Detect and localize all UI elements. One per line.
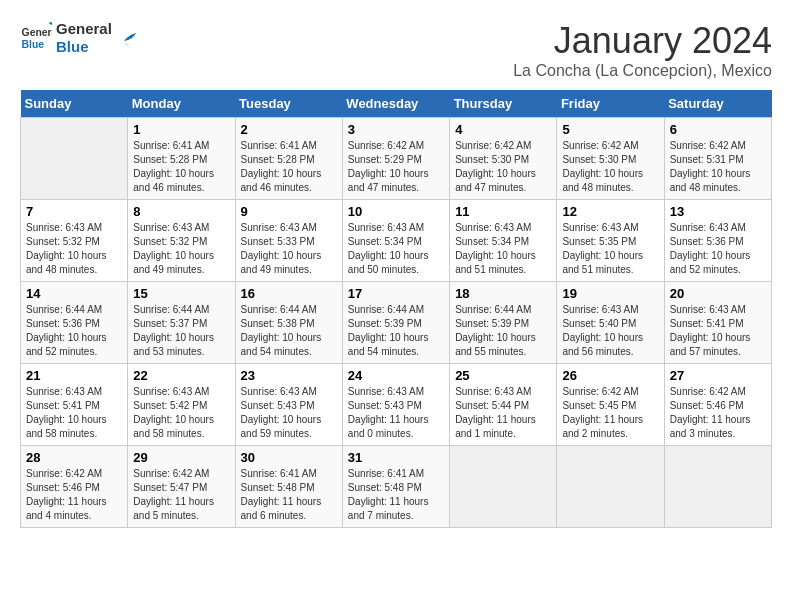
calendar-cell: 29Sunrise: 6:42 AMSunset: 5:47 PMDayligh… xyxy=(128,446,235,528)
calendar-cell: 2Sunrise: 6:41 AMSunset: 5:28 PMDaylight… xyxy=(235,118,342,200)
day-number: 4 xyxy=(455,122,551,137)
day-info: Sunrise: 6:42 AMSunset: 5:45 PMDaylight:… xyxy=(562,385,658,441)
calendar-cell: 17Sunrise: 6:44 AMSunset: 5:39 PMDayligh… xyxy=(342,282,449,364)
calendar-cell: 13Sunrise: 6:43 AMSunset: 5:36 PMDayligh… xyxy=(664,200,771,282)
day-info: Sunrise: 6:43 AMSunset: 5:41 PMDaylight:… xyxy=(26,385,122,441)
calendar-cell: 15Sunrise: 6:44 AMSunset: 5:37 PMDayligh… xyxy=(128,282,235,364)
day-info: Sunrise: 6:44 AMSunset: 5:38 PMDaylight:… xyxy=(241,303,337,359)
logo-general: General xyxy=(56,20,112,38)
header-thursday: Thursday xyxy=(450,90,557,118)
day-info: Sunrise: 6:43 AMSunset: 5:32 PMDaylight:… xyxy=(26,221,122,277)
day-number: 21 xyxy=(26,368,122,383)
calendar-cell: 18Sunrise: 6:44 AMSunset: 5:39 PMDayligh… xyxy=(450,282,557,364)
day-info: Sunrise: 6:44 AMSunset: 5:39 PMDaylight:… xyxy=(455,303,551,359)
day-info: Sunrise: 6:42 AMSunset: 5:46 PMDaylight:… xyxy=(26,467,122,523)
day-number: 12 xyxy=(562,204,658,219)
day-number: 25 xyxy=(455,368,551,383)
calendar-subtitle: La Concha (La Concepcion), Mexico xyxy=(513,62,772,80)
calendar-cell: 25Sunrise: 6:43 AMSunset: 5:44 PMDayligh… xyxy=(450,364,557,446)
day-info: Sunrise: 6:42 AMSunset: 5:30 PMDaylight:… xyxy=(455,139,551,195)
day-number: 9 xyxy=(241,204,337,219)
day-info: Sunrise: 6:43 AMSunset: 5:35 PMDaylight:… xyxy=(562,221,658,277)
day-number: 29 xyxy=(133,450,229,465)
calendar-cell: 1Sunrise: 6:41 AMSunset: 5:28 PMDaylight… xyxy=(128,118,235,200)
calendar-cell: 11Sunrise: 6:43 AMSunset: 5:34 PMDayligh… xyxy=(450,200,557,282)
day-number: 2 xyxy=(241,122,337,137)
calendar-cell: 22Sunrise: 6:43 AMSunset: 5:42 PMDayligh… xyxy=(128,364,235,446)
header-tuesday: Tuesday xyxy=(235,90,342,118)
calendar-cell: 4Sunrise: 6:42 AMSunset: 5:30 PMDaylight… xyxy=(450,118,557,200)
logo: General Blue General Blue xyxy=(20,20,138,56)
logo-blue: Blue xyxy=(56,38,112,56)
logo-icon: General Blue xyxy=(20,22,52,54)
day-info: Sunrise: 6:43 AMSunset: 5:32 PMDaylight:… xyxy=(133,221,229,277)
calendar-week-row: 7Sunrise: 6:43 AMSunset: 5:32 PMDaylight… xyxy=(21,200,772,282)
day-info: Sunrise: 6:41 AMSunset: 5:28 PMDaylight:… xyxy=(241,139,337,195)
svg-text:Blue: Blue xyxy=(22,39,45,50)
day-info: Sunrise: 6:43 AMSunset: 5:42 PMDaylight:… xyxy=(133,385,229,441)
day-info: Sunrise: 6:44 AMSunset: 5:37 PMDaylight:… xyxy=(133,303,229,359)
day-info: Sunrise: 6:43 AMSunset: 5:41 PMDaylight:… xyxy=(670,303,766,359)
calendar-cell xyxy=(21,118,128,200)
calendar-cell: 16Sunrise: 6:44 AMSunset: 5:38 PMDayligh… xyxy=(235,282,342,364)
day-info: Sunrise: 6:43 AMSunset: 5:34 PMDaylight:… xyxy=(455,221,551,277)
calendar-week-row: 28Sunrise: 6:42 AMSunset: 5:46 PMDayligh… xyxy=(21,446,772,528)
logo-bird-icon xyxy=(116,27,138,49)
title-section: January 2024 La Concha (La Concepcion), … xyxy=(513,20,772,80)
day-number: 17 xyxy=(348,286,444,301)
day-info: Sunrise: 6:43 AMSunset: 5:43 PMDaylight:… xyxy=(241,385,337,441)
calendar-cell: 26Sunrise: 6:42 AMSunset: 5:45 PMDayligh… xyxy=(557,364,664,446)
day-number: 10 xyxy=(348,204,444,219)
calendar-cell: 14Sunrise: 6:44 AMSunset: 5:36 PMDayligh… xyxy=(21,282,128,364)
day-info: Sunrise: 6:44 AMSunset: 5:39 PMDaylight:… xyxy=(348,303,444,359)
day-info: Sunrise: 6:42 AMSunset: 5:31 PMDaylight:… xyxy=(670,139,766,195)
day-number: 26 xyxy=(562,368,658,383)
day-number: 20 xyxy=(670,286,766,301)
day-number: 7 xyxy=(26,204,122,219)
calendar-cell: 30Sunrise: 6:41 AMSunset: 5:48 PMDayligh… xyxy=(235,446,342,528)
day-number: 13 xyxy=(670,204,766,219)
day-number: 22 xyxy=(133,368,229,383)
header-wednesday: Wednesday xyxy=(342,90,449,118)
day-info: Sunrise: 6:43 AMSunset: 5:43 PMDaylight:… xyxy=(348,385,444,441)
calendar-cell: 3Sunrise: 6:42 AMSunset: 5:29 PMDaylight… xyxy=(342,118,449,200)
day-number: 18 xyxy=(455,286,551,301)
calendar-cell: 5Sunrise: 6:42 AMSunset: 5:30 PMDaylight… xyxy=(557,118,664,200)
day-info: Sunrise: 6:41 AMSunset: 5:28 PMDaylight:… xyxy=(133,139,229,195)
calendar-cell: 31Sunrise: 6:41 AMSunset: 5:48 PMDayligh… xyxy=(342,446,449,528)
day-info: Sunrise: 6:41 AMSunset: 5:48 PMDaylight:… xyxy=(241,467,337,523)
header-saturday: Saturday xyxy=(664,90,771,118)
calendar-cell: 8Sunrise: 6:43 AMSunset: 5:32 PMDaylight… xyxy=(128,200,235,282)
calendar-table: Sunday Monday Tuesday Wednesday Thursday… xyxy=(20,90,772,528)
day-number: 11 xyxy=(455,204,551,219)
day-info: Sunrise: 6:44 AMSunset: 5:36 PMDaylight:… xyxy=(26,303,122,359)
calendar-cell xyxy=(664,446,771,528)
day-number: 27 xyxy=(670,368,766,383)
calendar-cell xyxy=(557,446,664,528)
day-number: 23 xyxy=(241,368,337,383)
calendar-cell: 27Sunrise: 6:42 AMSunset: 5:46 PMDayligh… xyxy=(664,364,771,446)
day-number: 28 xyxy=(26,450,122,465)
calendar-cell: 10Sunrise: 6:43 AMSunset: 5:34 PMDayligh… xyxy=(342,200,449,282)
svg-text:General: General xyxy=(22,27,52,38)
calendar-cell: 24Sunrise: 6:43 AMSunset: 5:43 PMDayligh… xyxy=(342,364,449,446)
calendar-cell: 20Sunrise: 6:43 AMSunset: 5:41 PMDayligh… xyxy=(664,282,771,364)
calendar-cell: 9Sunrise: 6:43 AMSunset: 5:33 PMDaylight… xyxy=(235,200,342,282)
day-number: 8 xyxy=(133,204,229,219)
day-info: Sunrise: 6:42 AMSunset: 5:30 PMDaylight:… xyxy=(562,139,658,195)
day-number: 24 xyxy=(348,368,444,383)
day-info: Sunrise: 6:43 AMSunset: 5:33 PMDaylight:… xyxy=(241,221,337,277)
day-info: Sunrise: 6:41 AMSunset: 5:48 PMDaylight:… xyxy=(348,467,444,523)
header-monday: Monday xyxy=(128,90,235,118)
calendar-cell: 23Sunrise: 6:43 AMSunset: 5:43 PMDayligh… xyxy=(235,364,342,446)
day-number: 5 xyxy=(562,122,658,137)
calendar-cell: 12Sunrise: 6:43 AMSunset: 5:35 PMDayligh… xyxy=(557,200,664,282)
day-number: 3 xyxy=(348,122,444,137)
calendar-cell: 28Sunrise: 6:42 AMSunset: 5:46 PMDayligh… xyxy=(21,446,128,528)
day-number: 1 xyxy=(133,122,229,137)
day-number: 16 xyxy=(241,286,337,301)
calendar-week-row: 1Sunrise: 6:41 AMSunset: 5:28 PMDaylight… xyxy=(21,118,772,200)
day-info: Sunrise: 6:42 AMSunset: 5:46 PMDaylight:… xyxy=(670,385,766,441)
calendar-cell: 6Sunrise: 6:42 AMSunset: 5:31 PMDaylight… xyxy=(664,118,771,200)
calendar-header-row: Sunday Monday Tuesday Wednesday Thursday… xyxy=(21,90,772,118)
